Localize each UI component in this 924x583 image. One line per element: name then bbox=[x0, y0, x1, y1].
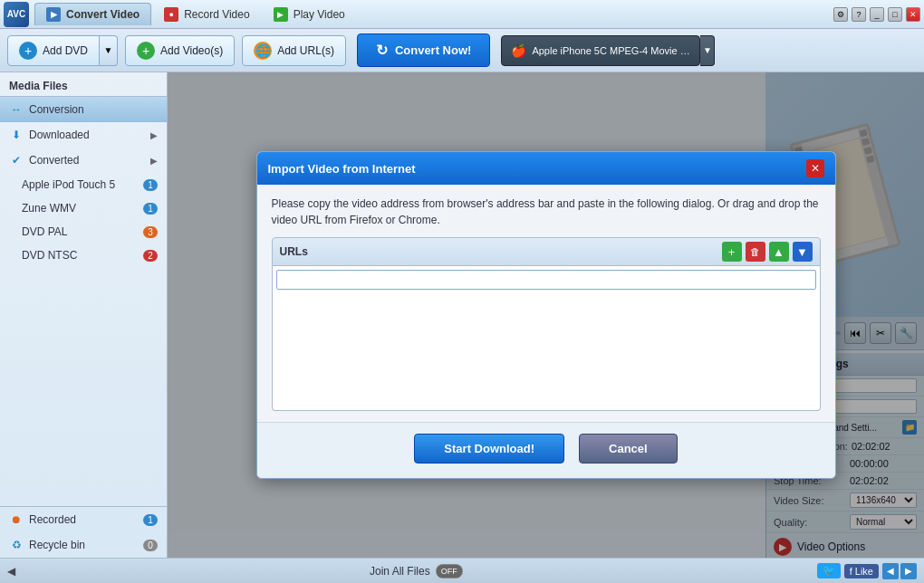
add-dvd-icon: + bbox=[19, 42, 37, 60]
add-urls-icon: 🌐 bbox=[254, 42, 272, 60]
modal-header: Import Video from Internet ✕ bbox=[257, 152, 835, 185]
twitter-button[interactable]: 🐦 bbox=[817, 563, 841, 578]
converted-icon: ✔ bbox=[9, 153, 24, 167]
toggle-switch[interactable]: OFF bbox=[436, 564, 463, 578]
record-video-icon: ● bbox=[164, 7, 178, 22]
app-logo: AVC bbox=[4, 2, 29, 27]
minimize-button[interactable]: _ bbox=[870, 7, 884, 22]
profile-group: 🍎 Apple iPhone 5C MPEG-4 Movie (*.m... ▼ bbox=[497, 35, 715, 66]
sidebar-item-recycle[interactable]: ♻ Recycle bin 0 bbox=[0, 532, 167, 558]
toggle-off-label: OFF bbox=[437, 565, 462, 578]
settings-icon[interactable]: ⚙ bbox=[833, 7, 848, 22]
status-bar: ◀ Join All Files OFF 🐦 fLike ◀ ▶ bbox=[0, 558, 924, 583]
sidebar-item-ipod-touch[interactable]: Apple iPod Touch 5 1 bbox=[0, 173, 167, 196]
join-files-area: Join All Files OFF bbox=[370, 564, 463, 578]
move-down-button[interactable]: ▼ bbox=[793, 242, 813, 262]
nav-arrows: ◀ ▶ bbox=[882, 563, 917, 579]
sidebar-item-converted[interactable]: ✔ Converted ▶ bbox=[0, 148, 167, 173]
content-area: 🔊 ⏮ ✂ 🔧 Basic Settings C:\Documents and … bbox=[168, 72, 924, 558]
tab-record-video[interactable]: ● Record Video bbox=[153, 4, 261, 25]
url-input[interactable] bbox=[276, 270, 816, 290]
help-icon[interactable]: ? bbox=[852, 7, 866, 22]
recycle-icon: ♻ bbox=[9, 538, 24, 552]
sidebar-item-recorded[interactable]: ⏺ Recorded 1 bbox=[0, 507, 167, 532]
add-dvd-dropdown[interactable]: ▼ bbox=[100, 35, 118, 66]
modal-close-button[interactable]: ✕ bbox=[806, 159, 824, 177]
modal-overlay: Import Video from Internet ✕ Please copy… bbox=[168, 72, 924, 558]
add-videos-button[interactable]: + Add Video(s) bbox=[125, 35, 235, 66]
convert-video-icon: ▶ bbox=[46, 7, 61, 22]
sidebar-header: Media Files bbox=[0, 72, 167, 97]
sidebar-item-conversion[interactable]: ↔ Conversion bbox=[0, 97, 167, 122]
profile-dropdown[interactable]: ▼ bbox=[700, 35, 715, 66]
sidebar-item-zune-wmv[interactable]: Zune WMV 1 bbox=[0, 196, 167, 220]
import-video-modal: Import Video from Internet ✕ Please copy… bbox=[256, 151, 836, 479]
play-video-icon: ▶ bbox=[274, 7, 288, 22]
sidebar-item-dvd-ntsc[interactable]: DVD NTSC 2 bbox=[0, 244, 167, 267]
main-area: Media Files ↔ Conversion ⬇ Downloaded ▶ … bbox=[0, 72, 924, 558]
modal-footer: Start Download! Cancel bbox=[257, 422, 835, 478]
social-area: 🐦 fLike ◀ ▶ bbox=[817, 563, 917, 579]
delete-url-button[interactable]: 🗑 bbox=[746, 242, 765, 262]
title-tabs: ▶ Convert Video ● Record Video ▶ Play Vi… bbox=[34, 3, 833, 25]
modal-body: Please copy the video address from brows… bbox=[257, 185, 835, 422]
add-dvd-button[interactable]: + Add DVD bbox=[7, 35, 100, 66]
close-button[interactable]: ✕ bbox=[906, 7, 920, 22]
sidebar-item-dvd-pal[interactable]: DVD PAL 3 bbox=[0, 220, 167, 244]
tab-convert-video[interactable]: ▶ Convert Video bbox=[34, 3, 151, 25]
title-bar: AVC ▶ Convert Video ● Record Video ▶ Pla… bbox=[0, 0, 924, 29]
downloaded-chevron: ▶ bbox=[150, 130, 158, 140]
tab-play-video[interactable]: ▶ Play Video bbox=[263, 4, 356, 25]
move-up-button[interactable]: ▲ bbox=[769, 242, 789, 262]
nav-next-button[interactable]: ▶ bbox=[900, 563, 917, 579]
window-controls: ⚙ ? _ □ ✕ bbox=[833, 7, 920, 22]
facebook-button[interactable]: fLike bbox=[844, 564, 879, 578]
join-files-label: Join All Files bbox=[370, 565, 430, 578]
recorded-icon: ⏺ bbox=[9, 512, 24, 527]
start-download-button[interactable]: Start Download! bbox=[414, 434, 564, 464]
cancel-button[interactable]: Cancel bbox=[579, 434, 678, 464]
urls-label: URLs bbox=[280, 245, 718, 258]
maximize-button[interactable]: □ bbox=[888, 7, 902, 22]
modal-description: Please copy the video address from brows… bbox=[272, 196, 821, 228]
add-url-button[interactable]: + bbox=[722, 242, 742, 262]
modal-title: Import Video from Internet bbox=[268, 162, 416, 176]
url-input-area bbox=[272, 266, 821, 411]
add-videos-icon: + bbox=[137, 42, 155, 60]
modal-url-header: URLs + 🗑 ▲ ▼ bbox=[272, 237, 821, 266]
nav-prev-button[interactable]: ◀ bbox=[882, 563, 899, 579]
toolbar: + Add DVD ▼ + Add Video(s) 🌐 Add URL(s) … bbox=[0, 29, 924, 72]
convert-now-button[interactable]: ↻ Convert Now! bbox=[357, 33, 491, 67]
profile-button[interactable]: 🍎 Apple iPhone 5C MPEG-4 Movie (*.m... bbox=[501, 35, 700, 66]
sidebar: Media Files ↔ Conversion ⬇ Downloaded ▶ … bbox=[0, 72, 168, 558]
scroll-left-button[interactable]: ◀ bbox=[7, 565, 15, 578]
sidebar-item-downloaded[interactable]: ⬇ Downloaded ▶ bbox=[0, 122, 167, 148]
add-urls-button[interactable]: 🌐 Add URL(s) bbox=[242, 35, 346, 66]
sidebar-bottom: ⏺ Recorded 1 ♻ Recycle bin 0 bbox=[0, 506, 167, 558]
converted-chevron: ▶ bbox=[150, 156, 158, 166]
download-icon: ⬇ bbox=[9, 128, 24, 142]
conversion-icon: ↔ bbox=[9, 102, 24, 117]
add-dvd-group: + Add DVD ▼ bbox=[7, 35, 118, 66]
